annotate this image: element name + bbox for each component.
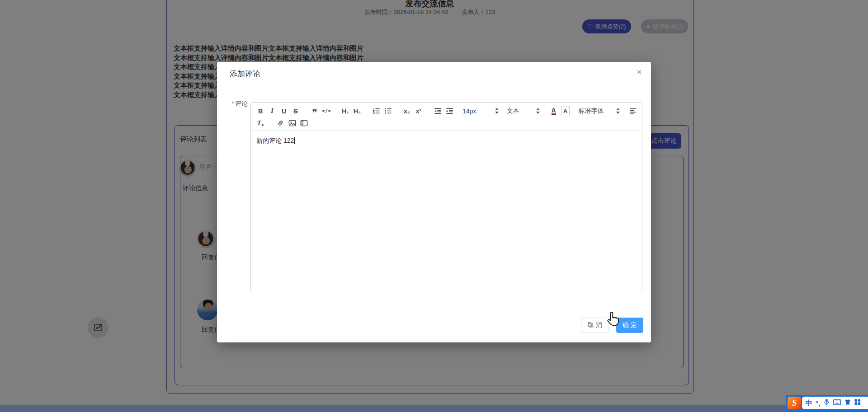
hand-cursor-icon [607,311,620,328]
font-family-picker[interactable]: 标准字体 [579,106,620,117]
blockquote-icon[interactable]: ❞ [309,104,321,118]
screen: 发布交流信息 发布时间：2025-01-18 14:04:42 发布人：123 … [0,0,868,412]
add-comment-dialog: 添加评论 × *评论 B I U S ❞ </> [217,62,651,342]
toolbox-grid-icon[interactable] [854,399,861,407]
ime-chinese-mode[interactable]: 中 [806,399,812,407]
image-icon[interactable] [286,118,298,129]
indent-icon[interactable] [443,106,455,117]
outdent-icon[interactable] [432,106,443,117]
subscript-icon[interactable]: x₂ [401,106,413,117]
heading1-icon[interactable]: H₁ [340,106,351,117]
font-family-value: 标准字体 [579,107,604,115]
rich-text-editor: B I U S ❞ </> H₁ H₂ [250,102,642,292]
skin-shirt-icon[interactable] [844,399,851,407]
ime-toolbar: 中 °, [802,397,868,409]
keyboard-icon[interactable] [833,399,841,407]
close-icon[interactable]: × [633,66,646,78]
taskbar [0,405,868,412]
text-style-value: 文本 [507,107,519,115]
editor-content[interactable]: 新的评论 122 [251,131,642,151]
editor-toolbar: B I U S ❞ </> H₁ H₂ [251,103,642,131]
bullet-list-icon[interactable] [382,106,394,117]
microphone-icon[interactable] [823,398,830,407]
updown-arrows-icon [495,108,499,114]
font-color-icon[interactable]: A [548,106,560,117]
align-icon[interactable] [628,106,638,117]
editor-text: 新的评论 122 [256,137,294,145]
comment-field-label: *评论 [227,100,248,108]
code-block-icon[interactable]: </> [321,106,332,117]
updown-arrows-icon [616,108,620,114]
cancel-button[interactable]: 取 消 [581,318,609,333]
strikethrough-icon[interactable]: S [290,106,302,117]
updown-arrows-icon [536,108,540,114]
heading2-icon[interactable]: H₂ [351,106,363,117]
sogou-ime-logo[interactable]: S [788,397,801,409]
bold-icon[interactable]: B [255,106,266,117]
superscript-icon[interactable]: x² [413,106,425,117]
ime-punctuation[interactable]: °, [816,399,820,407]
text-cursor [294,137,295,144]
clear-format-icon[interactable]: Tx [255,118,266,129]
required-mark: * [232,100,234,107]
underline-icon[interactable]: U [278,106,290,117]
font-size-picker[interactable]: 14px [462,106,499,117]
link-icon[interactable] [274,118,286,129]
dialog-title: 添加评论 [230,69,260,79]
font-size-value: 14px [462,108,476,115]
ordered-list-icon[interactable] [370,106,382,117]
video-icon[interactable] [298,118,310,129]
text-style-picker[interactable]: 文本 [507,106,540,117]
background-color-icon[interactable]: A [560,106,571,117]
confirm-button[interactable]: 确 定 [616,318,643,333]
italic-icon[interactable]: I [266,106,278,117]
